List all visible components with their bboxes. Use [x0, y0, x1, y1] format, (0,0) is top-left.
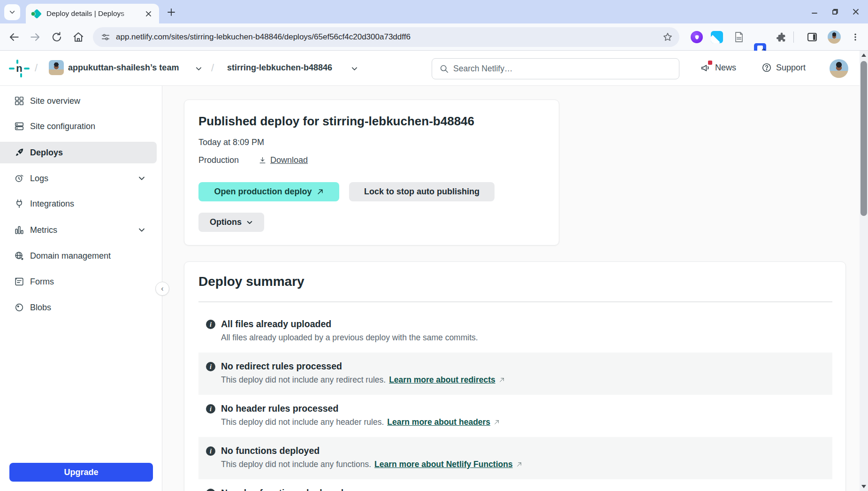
breadcrumb-separator: / — [211, 62, 214, 74]
external-link-icon — [499, 377, 505, 383]
netlify-logo[interactable]: n — [8, 59, 30, 78]
back-icon[interactable] — [8, 31, 20, 43]
megaphone-icon — [700, 62, 711, 73]
browser-tab-active[interactable]: Deploy details | Deploys — [26, 4, 159, 23]
summary-row-title: All files already uploaded — [221, 319, 331, 330]
browser-window: Deploy details | Deploys — [0, 0, 868, 491]
bar-chart-icon — [14, 225, 24, 235]
download-icon — [259, 156, 266, 164]
news-button[interactable]: News — [700, 62, 736, 73]
url-input[interactable] — [116, 32, 641, 42]
summary-row-headers: i No header rules processed This deploy … — [198, 395, 832, 437]
sidebar-item-metrics[interactable]: Metrics — [0, 219, 157, 241]
minimize-button[interactable] — [808, 5, 821, 18]
scroll-up-arrow[interactable] — [861, 54, 866, 57]
netlify-favicon — [32, 8, 42, 18]
deploy-summary-title: Deploy summary — [198, 274, 305, 289]
summary-row-edge-functions: i No edge functions deployed — [198, 479, 832, 491]
options-button[interactable]: Options — [198, 213, 264, 232]
info-icon: i — [206, 446, 216, 456]
scroll-down-arrow[interactable] — [861, 485, 866, 488]
site-chevron-down-icon[interactable] — [351, 65, 358, 72]
download-link[interactable]: Download — [259, 155, 308, 165]
close-button[interactable] — [849, 5, 862, 18]
sidebar-item-integrations[interactable]: Integrations — [0, 193, 157, 215]
page-scrollbar[interactable] — [860, 51, 868, 491]
forward-icon[interactable] — [29, 31, 41, 43]
sidebar-item-label: Domain management — [30, 251, 111, 261]
breadcrumb-site[interactable]: stirring-lebkuchen-b48846 — [227, 63, 332, 73]
info-icon: i — [206, 319, 216, 330]
sidebar-collapse-button[interactable]: ‹ — [155, 282, 169, 296]
support-label: Support — [776, 63, 806, 73]
browser-menu-icon[interactable] — [849, 31, 861, 43]
summary-row-redirects: i No redirect rules processed This deplo… — [198, 353, 832, 395]
open-deploy-label: Open production deploy — [214, 187, 312, 197]
learn-more-headers-link[interactable]: Learn more about headers — [387, 417, 490, 427]
stack-icon — [14, 121, 24, 131]
question-circle-icon — [761, 62, 772, 73]
sidebar-item-site-configuration[interactable]: Site configuration — [0, 115, 157, 137]
svg-text:i: i — [210, 448, 212, 455]
tab-search-button[interactable] — [4, 4, 20, 20]
blobs-icon — [14, 302, 24, 313]
sidebar-item-deploys[interactable]: Deploys — [0, 142, 157, 163]
browser-profile-avatar[interactable] — [828, 31, 841, 44]
upgrade-button[interactable]: Upgrade — [9, 463, 153, 482]
logs-icon — [14, 173, 24, 184]
scrollbar-thumb[interactable] — [860, 61, 867, 216]
support-button[interactable]: Support — [761, 62, 806, 73]
window-controls — [808, 5, 862, 18]
options-label: Options — [210, 217, 242, 227]
lock-auto-publishing-button[interactable]: Lock to stop auto publishing — [349, 182, 495, 201]
netlify-search[interactable] — [432, 58, 679, 79]
site-settings-icon[interactable] — [101, 32, 110, 42]
bookmark-star-icon[interactable] — [662, 32, 673, 42]
sidebar-item-site-overview[interactable]: Site overview — [0, 90, 157, 112]
plug-icon — [14, 199, 24, 209]
external-link-icon — [516, 461, 522, 468]
grid-icon — [14, 96, 24, 106]
rocket-icon — [14, 147, 24, 158]
reload-icon[interactable] — [51, 31, 63, 43]
summary-row-desc: This deploy did not include any redirect… — [221, 375, 386, 385]
sidebar-item-label: Forms — [30, 277, 54, 287]
sidebar-item-domain-management[interactable]: Domain management — [0, 245, 157, 267]
open-production-deploy-button[interactable]: Open production deploy — [198, 182, 339, 201]
new-tab-button[interactable] — [165, 6, 177, 18]
info-icon: i — [206, 361, 216, 372]
deploy-card-title: Published deploy for stirring-lebkuchen-… — [198, 114, 474, 129]
user-avatar[interactable] — [830, 59, 848, 78]
address-bar[interactable] — [93, 27, 679, 47]
sidebar-item-label: Logs — [30, 174, 48, 184]
learn-more-redirects-link[interactable]: Learn more about redirects — [389, 375, 495, 385]
learn-more-functions-link[interactable]: Learn more about Netlify Functions — [374, 460, 513, 469]
extensions-puzzle-icon[interactable] — [775, 31, 787, 43]
tab-strip: Deploy details | Deploys — [0, 0, 868, 23]
sidebar-item-blobs[interactable]: Blobs — [0, 297, 157, 318]
chevron-down-icon — [9, 9, 15, 15]
extension-shield-icon[interactable] — [691, 31, 703, 43]
summary-row-functions: i No functions deployed This deploy did … — [198, 437, 832, 479]
extension-cyan-icon[interactable] — [711, 31, 723, 43]
sidebar-item-forms[interactable]: Forms — [0, 271, 157, 292]
sidebar-item-label: Site configuration — [30, 122, 95, 131]
side-panel-icon[interactable] — [806, 31, 818, 43]
sidebar-item-label: Metrics — [30, 225, 57, 235]
chevron-down-icon — [246, 219, 253, 226]
chevron-down-icon — [138, 226, 145, 234]
team-chevron-down-icon[interactable] — [195, 65, 202, 72]
team-avatar[interactable] — [49, 60, 64, 75]
search-input[interactable] — [453, 64, 660, 74]
tab-close-icon[interactable] — [143, 8, 153, 19]
sidebar-item-label: Site overview — [30, 96, 80, 106]
home-icon[interactable] — [72, 31, 84, 43]
info-icon: i — [206, 404, 216, 414]
summary-row-desc: All files already uploaded by a previous… — [221, 333, 478, 343]
restore-button[interactable] — [829, 5, 842, 18]
news-badge — [708, 61, 712, 65]
extension-document-icon[interactable] — [733, 31, 745, 43]
deploy-context-label: Production — [198, 155, 239, 165]
sidebar-item-logs[interactable]: Logs — [0, 168, 157, 189]
breadcrumb-team[interactable]: appukuttan-shailesh’s team — [68, 63, 179, 73]
